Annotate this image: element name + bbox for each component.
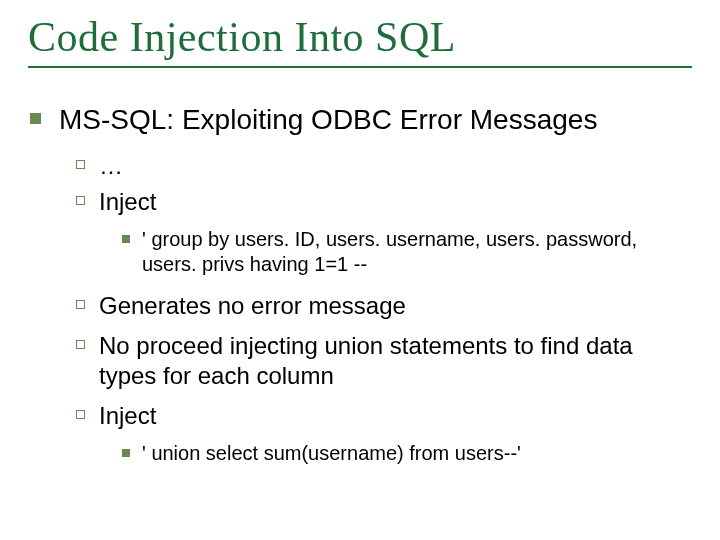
list-item-label: Inject bbox=[99, 401, 156, 431]
list-item: ' group by users. ID, users. username, u… bbox=[122, 227, 692, 277]
hollow-square-bullet-icon bbox=[76, 300, 85, 309]
hollow-square-bullet-icon bbox=[76, 340, 85, 349]
list-item-label: … bbox=[99, 151, 123, 181]
slide-title: Code Injection Into SQL bbox=[28, 14, 692, 60]
slide: Code Injection Into SQL MS-SQL: Exploiti… bbox=[0, 0, 720, 540]
list-item: … bbox=[76, 151, 692, 181]
hollow-square-bullet-icon bbox=[76, 410, 85, 419]
list-item-label: ' union select sum(username) from users-… bbox=[142, 441, 521, 466]
hollow-square-bullet-icon bbox=[76, 160, 85, 169]
hollow-square-bullet-icon bbox=[76, 196, 85, 205]
list-item-label: ' group by users. ID, users. username, u… bbox=[142, 227, 692, 277]
list-item: Inject bbox=[76, 401, 692, 431]
list-item: No proceed injecting union statements to… bbox=[76, 331, 692, 391]
list-item: MS-SQL: Exploiting ODBC Error Messages bbox=[30, 102, 692, 137]
list-item: ' union select sum(username) from users-… bbox=[122, 441, 692, 466]
list-item: Generates no error message bbox=[76, 291, 692, 321]
square-bullet-icon bbox=[30, 113, 41, 124]
list-item: Inject bbox=[76, 187, 692, 217]
list-item-label: Generates no error message bbox=[99, 291, 406, 321]
list-item-label: MS-SQL: Exploiting ODBC Error Messages bbox=[59, 102, 597, 137]
square-bullet-icon bbox=[122, 449, 130, 457]
title-underline bbox=[28, 66, 692, 68]
list-item-label: No proceed injecting union statements to… bbox=[99, 331, 692, 391]
square-bullet-icon bbox=[122, 235, 130, 243]
list-item-label: Inject bbox=[99, 187, 156, 217]
